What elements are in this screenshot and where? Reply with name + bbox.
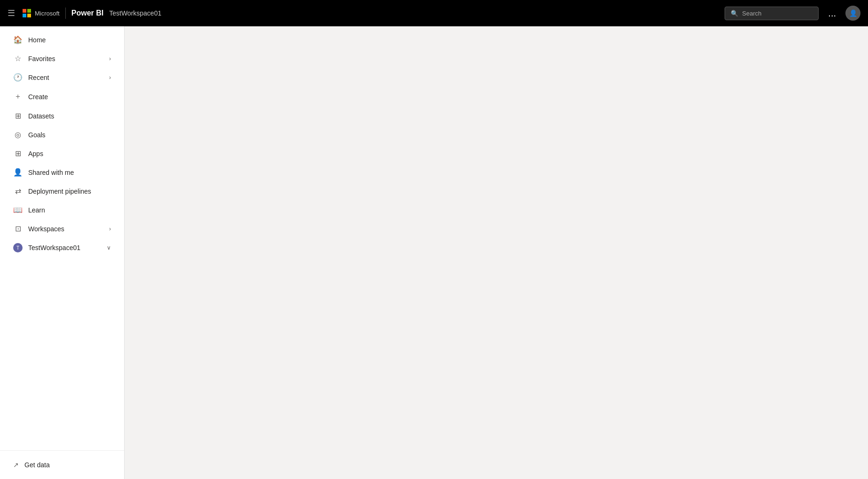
sidebar-favorites-label: Favorites: [28, 55, 55, 63]
sidebar-item-datasets[interactable]: ⊞ Datasets: [4, 107, 120, 125]
ms-sq-red: [23, 9, 26, 13]
search-icon: 🔍: [731, 10, 738, 17]
get-data-button[interactable]: ↗ Get data: [9, 456, 115, 473]
ms-sq-green: [27, 9, 31, 13]
sidebar-item-favorites[interactable]: ☆ Favorites ›: [4, 49, 120, 68]
chevron-right-icon: ›: [109, 55, 111, 62]
get-data-label: Get data: [24, 461, 50, 469]
sidebar-create-label: Create: [28, 93, 48, 101]
sidebar-recent-label: Recent: [28, 74, 49, 81]
sidebar-learn-label: Learn: [28, 206, 45, 214]
datasets-icon: ⊞: [13, 111, 23, 120]
microsoft-label: Microsoft: [35, 10, 60, 17]
sidebar: 🏠 Home ☆ Favorites › 🕐 Recent ›: [0, 26, 125, 479]
header-search-box[interactable]: 🔍 Search: [725, 7, 819, 20]
sidebar-item-workspaces[interactable]: ⊡ Workspaces ›: [4, 220, 120, 238]
sharedwithme-icon: 👤: [13, 168, 23, 177]
create-icon: ＋: [13, 92, 23, 102]
deployment-icon: ⇄: [13, 187, 23, 196]
sidebar-item-goals[interactable]: ◎ Goals: [4, 126, 120, 144]
ms-sq-yellow: [27, 14, 31, 17]
testworkspace-icon: T: [13, 243, 23, 252]
sidebar-home-label: Home: [28, 36, 46, 44]
workspaces-icon: ⊡: [13, 224, 23, 233]
sidebar-apps-label: Apps: [28, 150, 43, 157]
goals-icon: ◎: [13, 130, 23, 139]
sidebar-item-create[interactable]: ＋ Create: [4, 87, 120, 106]
more-options-button[interactable]: ...: [824, 6, 840, 21]
chevron-right-icon-3: ›: [109, 226, 111, 232]
sidebar-nav: 🏠 Home ☆ Favorites › 🕐 Recent ›: [0, 26, 124, 450]
user-avatar[interactable]: 👤: [845, 6, 860, 21]
favorites-icon: ☆: [13, 54, 23, 63]
ms-sq-blue: [23, 14, 26, 17]
sidebar-item-home[interactable]: 🏠 Home: [4, 31, 120, 49]
sidebar-workspaces-label: Workspaces: [28, 225, 64, 233]
search-placeholder: Search: [742, 10, 761, 17]
microsoft-logo: Microsoft: [23, 9, 60, 17]
chevron-down-icon: ∨: [107, 244, 111, 251]
sidebar-datasets-label: Datasets: [28, 112, 54, 120]
hamburger-icon[interactable]: ☰: [8, 8, 15, 18]
header-divider: [65, 8, 66, 19]
sidebar-footer: ↗ Get data: [0, 450, 124, 479]
get-data-icon: ↗: [13, 461, 19, 469]
sidebar-sharedwithme-label: Shared with me: [28, 169, 74, 176]
top-header: ☰ Microsoft Power BI TestWorkspace01 🔍 S…: [0, 0, 868, 26]
recent-icon: 🕐: [13, 73, 23, 82]
avatar-icon: 👤: [849, 9, 857, 17]
learn-icon: 📖: [13, 205, 23, 214]
sidebar-testworkspace-label: TestWorkspace01: [28, 244, 80, 251]
sidebar-goals-label: Goals: [28, 131, 46, 139]
apps-icon: ⊞: [13, 149, 23, 158]
chevron-right-icon-2: ›: [109, 74, 111, 81]
sidebar-item-testworkspace[interactable]: T TestWorkspace01 ∨: [4, 238, 120, 257]
ms-squares-icon: [23, 9, 31, 17]
workspace-label: TestWorkspace01: [109, 9, 161, 17]
app-name-label: Power BI: [71, 9, 103, 17]
sidebar-item-learn[interactable]: 📖 Learn: [4, 201, 120, 219]
sidebar-deployment-label: Deployment pipelines: [28, 188, 91, 195]
home-icon: 🏠: [13, 35, 23, 44]
sidebar-item-deployment[interactable]: ⇄ Deployment pipelines: [4, 182, 120, 200]
sidebar-item-recent[interactable]: 🕐 Recent ›: [4, 68, 120, 86]
sidebar-item-sharedwithme[interactable]: 👤 Shared with me: [4, 163, 120, 181]
sidebar-item-apps[interactable]: ⊞ Apps: [4, 144, 120, 163]
